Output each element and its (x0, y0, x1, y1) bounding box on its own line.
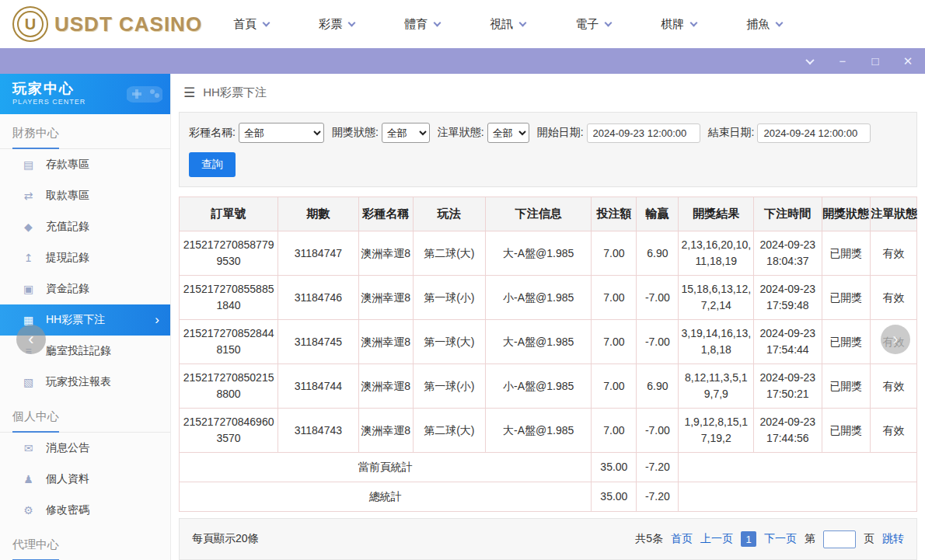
main-nav: 首頁彩票體育視訊電子棋牌捕魚 (233, 17, 782, 32)
summary-winloss-total: -7.20 (637, 482, 679, 512)
start-date-input[interactable] (587, 123, 700, 143)
column-header: 注單狀態 (871, 197, 917, 231)
bets-table-body: 215217270858779953031184747澳洲幸運8第二球(大)大-… (180, 231, 917, 512)
table-cell: 小-A盤@1.985 (485, 364, 592, 409)
sidebar-item-funds-records[interactable]: ▣資金記錄 (0, 273, 170, 304)
window-collapse-button[interactable] (804, 55, 816, 68)
table-cell: 2024-09-23 17:50:21 (754, 364, 822, 409)
lottery-name-select[interactable]: 全部 (239, 123, 324, 143)
player-center-banner: 玩家中心 PLAYERS CENTER (0, 74, 170, 114)
filter-panel: 彩種名稱: 全部 開獎狀態: 全部 注單狀態: 全部 開始日期: 結束日期: 查… (179, 112, 917, 187)
end-date-input[interactable] (757, 123, 871, 143)
nav-item-chess[interactable]: 棋牌 (661, 17, 696, 32)
table-cell: 第一球(大) (413, 320, 485, 364)
prev-page-link[interactable]: 上一页 (700, 532, 733, 546)
sidebar-item-withdrawal-records[interactable]: ↥提現記錄 (0, 242, 170, 273)
menu-icon[interactable]: ☰ (183, 85, 195, 101)
sidebar-item-profile[interactable]: ♟個人資料 (0, 464, 170, 495)
nav-item-home[interactable]: 首頁 (233, 17, 269, 32)
nav-item-slots[interactable]: 電子 (575, 17, 611, 32)
column-header: 投注額 (592, 197, 637, 231)
table-cell: 澳洲幸運8 (358, 276, 413, 320)
sidebar-section-title: 代理中心 (0, 526, 170, 560)
nav-item-fishing[interactable]: 捕魚 (746, 17, 782, 32)
breadcrumb: ☰ HH彩票下注 (171, 74, 925, 112)
summary-row: 當前頁統計35.00-7.20 (180, 453, 917, 482)
page-jump-input[interactable] (823, 530, 856, 548)
maximize-button[interactable]: □ (869, 55, 881, 68)
table-cell: 澳洲幸運8 (358, 231, 413, 276)
table-cell: -7.00 (637, 409, 679, 453)
end-date-label: 結束日期: (708, 126, 755, 140)
table-cell: 2152172708558851840 (180, 276, 278, 320)
sidebar-item-messages[interactable]: ✉消息公告 (0, 433, 170, 464)
close-button[interactable]: ✕ (902, 55, 914, 68)
nav-item-label: 體育 (404, 17, 428, 32)
sidebar-item-label: HH彩票下注 (46, 313, 105, 327)
chevron-down-icon (605, 19, 613, 26)
sidebar-item-player-bet-report[interactable]: ▧玩家投注報表 (0, 367, 170, 398)
table-cell: 31184743 (278, 409, 358, 453)
summary-row: 總統計35.00-7.20 (180, 482, 917, 512)
minimize-button[interactable]: − (836, 55, 849, 68)
nav-item-live-video[interactable]: 視訊 (490, 17, 525, 32)
chevron-right-icon: › (155, 312, 159, 328)
chevron-down-icon (263, 19, 271, 26)
nav-item-label: 視訊 (490, 17, 513, 32)
total-count: 共5条 (635, 532, 663, 546)
sidebar-item-label: 充值記錄 (46, 220, 89, 234)
table-cell: 6.90 (637, 364, 679, 409)
table-cell: 2152172708469603570 (180, 409, 278, 453)
sidebar-item-label: 個人資料 (46, 472, 89, 486)
chevron-down-icon (776, 19, 784, 26)
per-page-text: 每頁顯示20條 (192, 532, 259, 546)
logo: U USDT CASINO (12, 6, 202, 42)
table-cell: 已開獎 (822, 320, 871, 364)
lottery-name-label: 彩種名稱: (189, 126, 236, 140)
column-header: 玩法 (413, 197, 485, 231)
table-cell: 7.00 (592, 276, 637, 320)
table-cell: 7.00 (592, 320, 637, 364)
table-cell: 有效 (871, 231, 917, 276)
table-row: 215217270850215880031184744澳洲幸運8第一球(小)小-… (180, 364, 917, 409)
sidebar-item-withdraw-zone[interactable]: ⇄取款專區 (0, 180, 170, 211)
summary-winloss-total: -7.20 (637, 453, 679, 482)
summary-filler (679, 482, 917, 512)
summary-label: 當前頁統計 (180, 453, 592, 482)
order-status-select[interactable]: 全部 (487, 123, 529, 143)
current-page[interactable]: 1 (741, 531, 756, 547)
sidebar-item-recharge-records[interactable]: ◆充值記錄 (0, 211, 170, 242)
nav-item-sports[interactable]: 體育 (404, 17, 440, 32)
table-cell: 小-A盤@1.985 (485, 276, 592, 320)
start-date-label: 開始日期: (537, 126, 584, 140)
column-header: 期數 (278, 197, 358, 231)
sidebar-item-label: 資金記錄 (46, 282, 89, 296)
table-cell: 有效 (871, 409, 917, 453)
nav-item-lottery[interactable]: 彩票 (319, 17, 354, 32)
pagination: 共5条 首页 上一页 1 下一页 第 页 跳转 (635, 530, 904, 548)
table-cell: 大-A盤@1.985 (485, 320, 592, 364)
table-cell: 2152172708587799530 (180, 231, 278, 276)
sidebar-item-label: 存款專區 (46, 158, 89, 172)
table-cell: 31184746 (278, 276, 358, 320)
panel-scroll-button[interactable]: › (881, 325, 910, 354)
card-icon: ▤ (22, 158, 35, 171)
first-page-link[interactable]: 首页 (671, 532, 693, 546)
sidebar-item-change-password[interactable]: ⚙修改密碼 (0, 495, 170, 526)
jump-button[interactable]: 跳转 (882, 532, 904, 546)
table-cell: 6.90 (637, 231, 679, 276)
table-cell: 澳洲幸運8 (358, 320, 413, 364)
summary-bet-total: 35.00 (592, 482, 637, 512)
cashout-icon: ↥ (22, 252, 35, 264)
table-cell: -7.00 (637, 276, 679, 320)
draw-status-select[interactable]: 全部 (382, 123, 430, 143)
collapse-sidebar-button[interactable]: ‹ (16, 325, 46, 354)
sidebar-section-title: 財務中心 (0, 114, 170, 149)
next-page-link[interactable]: 下一页 (764, 532, 797, 546)
table-cell: 第二球(大) (413, 231, 485, 276)
jump-prefix: 第 (805, 532, 815, 546)
query-button[interactable]: 查詢 (189, 152, 236, 177)
sidebar-item-deposit-zone[interactable]: ▤存款專區 (0, 149, 170, 180)
layout: 玩家中心 PLAYERS CENTER 財務中心▤存款專區⇄取款專區◆充值記錄↥… (0, 74, 925, 560)
sidebar-item-label: 取款專區 (46, 189, 89, 203)
